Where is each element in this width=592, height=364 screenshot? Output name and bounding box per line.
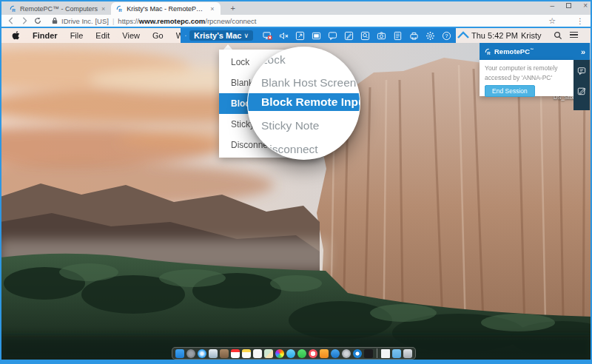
viewer-bottom-border bbox=[0, 360, 592, 364]
dock-preview-icon[interactable] bbox=[209, 349, 218, 358]
panel-side-strip bbox=[574, 60, 590, 110]
url-separator: | bbox=[112, 17, 114, 25]
url-text: https://www.remotepc.com/rpcnew/connect bbox=[118, 17, 256, 25]
browser-tabstrip: R RemotePC™ - Computers × R Kristy's Mac… bbox=[0, 0, 592, 15]
new-tab-button[interactable]: + bbox=[226, 2, 240, 15]
back-icon[interactable] bbox=[7, 17, 15, 24]
dock-books-icon[interactable] bbox=[320, 349, 329, 358]
remotepc-viewer-window: R RemotePC™ - Computers × R Kristy's Mac… bbox=[0, 0, 592, 364]
dock-launchpad-icon[interactable] bbox=[186, 349, 195, 358]
settings-icon[interactable] bbox=[426, 31, 435, 41]
chat-icon[interactable] bbox=[577, 67, 586, 75]
dock-notes-icon[interactable] bbox=[242, 349, 251, 358]
browser-addressbar: IDrive Inc. [US] | https://www.remotepc.… bbox=[0, 15, 592, 27]
url-field[interactable]: IDrive Inc. [US] | https://www.remotepc.… bbox=[52, 17, 256, 25]
dock-terminal-icon[interactable] bbox=[364, 349, 373, 358]
menubar-go[interactable]: Go bbox=[152, 31, 164, 40]
menubar-clock[interactable]: Thu 5:42 PM bbox=[471, 28, 518, 43]
window-minimize-button[interactable]: – bbox=[551, 1, 555, 10]
dock-remotepc-icon[interactable] bbox=[353, 349, 362, 358]
dock-document-icon[interactable] bbox=[381, 349, 390, 358]
display-session-icon[interactable] bbox=[263, 31, 272, 41]
tab-viewer[interactable]: R Kristy's Mac - RemotePC™ Viewe × bbox=[111, 2, 220, 15]
screen-icon[interactable] bbox=[312, 31, 321, 41]
file-transfer-icon[interactable] bbox=[360, 31, 370, 41]
window-close-button[interactable]: × bbox=[583, 1, 588, 10]
dock-trash-icon[interactable] bbox=[403, 349, 412, 358]
svg-text:R: R bbox=[12, 7, 16, 13]
dock-messages-icon[interactable] bbox=[286, 349, 295, 358]
secure-lock-icon bbox=[52, 17, 58, 24]
remotepc-notification-panel: R RemotePC™ » Your computer is remotely … bbox=[480, 43, 590, 110]
screenshot-icon[interactable] bbox=[377, 31, 386, 41]
forward-icon[interactable] bbox=[21, 17, 28, 24]
dock-facetime-icon[interactable] bbox=[297, 349, 306, 358]
dock bbox=[172, 347, 416, 360]
dock-music-icon[interactable] bbox=[309, 349, 317, 358]
end-session-button[interactable]: End Session bbox=[485, 85, 535, 97]
magnified-item-block-remote-input: Block Remote Input bbox=[248, 93, 360, 111]
device-menu-button[interactable]: Kristy's Mac ∨ bbox=[189, 30, 253, 41]
bookmark-star-icon[interactable]: ☆ bbox=[548, 16, 556, 26]
whiteboard-icon[interactable] bbox=[344, 31, 354, 41]
note-edit-icon[interactable] bbox=[577, 87, 586, 95]
brand-label: RemotePC™ bbox=[494, 47, 534, 55]
notification-message-line1: Your computer is remotely bbox=[485, 64, 568, 73]
dock-separator bbox=[377, 348, 377, 358]
menubar-edit[interactable]: Edit bbox=[95, 31, 110, 40]
security-label: IDrive Inc. [US] bbox=[61, 17, 109, 25]
dock-contacts-icon[interactable] bbox=[220, 349, 229, 358]
apple-icon[interactable] bbox=[12, 31, 20, 40]
menubar-user[interactable]: Kristy bbox=[521, 28, 542, 43]
magnified-item-blank-host-screen: Blank Host Screen bbox=[261, 76, 356, 90]
notification-body: Your computer is remotely accessed by 'A… bbox=[480, 60, 574, 96]
remotepc-favicon-icon: R bbox=[116, 5, 124, 13]
notification-center-icon[interactable] bbox=[570, 32, 578, 38]
menubar-view[interactable]: View bbox=[122, 31, 140, 40]
browser-menu-icon[interactable]: ⋮ bbox=[576, 17, 585, 25]
svg-text:R: R bbox=[119, 7, 123, 13]
chevron-down-icon: ∨ bbox=[243, 32, 249, 39]
remotepc-logo-icon: R bbox=[485, 48, 492, 55]
mute-icon[interactable] bbox=[279, 31, 289, 41]
help-icon[interactable]: ? bbox=[442, 31, 451, 41]
chat-icon[interactable] bbox=[328, 31, 337, 41]
device-name: Kristy's Mac bbox=[194, 31, 241, 40]
remotepc-favicon-icon: R bbox=[10, 5, 17, 13]
dock-maps-icon[interactable] bbox=[264, 349, 273, 358]
reload-icon[interactable] bbox=[34, 17, 41, 24]
dock-reminders-icon[interactable] bbox=[253, 349, 262, 358]
magnified-item-sticky-note: Sticky Note bbox=[261, 119, 319, 132]
menubar-file[interactable]: File bbox=[70, 31, 84, 40]
svg-text:R: R bbox=[487, 50, 491, 55]
tab-label: RemotePC™ - Computers bbox=[20, 5, 98, 13]
dock-downloads-folder-icon[interactable] bbox=[392, 349, 401, 358]
notification-header: R RemotePC™ » bbox=[480, 43, 590, 60]
dock-finder-icon[interactable] bbox=[175, 349, 184, 358]
remotepc-toolbar: R Kristy's Mac ∨ ? bbox=[181, 28, 456, 43]
notification-message-line2: accessed by 'ANNA-PC' bbox=[485, 73, 568, 83]
dock-safari-icon[interactable] bbox=[198, 349, 206, 358]
svg-text:R: R bbox=[186, 36, 186, 36]
dock-appstore-icon[interactable] bbox=[331, 349, 340, 358]
tab-close-icon[interactable]: × bbox=[101, 5, 106, 13]
svg-text:?: ? bbox=[445, 33, 448, 39]
tab-label: Kristy's Mac - RemotePC™ Viewe bbox=[127, 5, 206, 13]
dropdown-caret bbox=[223, 44, 232, 50]
menubar-finder[interactable]: Finder bbox=[33, 31, 58, 40]
dock-photos-icon[interactable] bbox=[275, 349, 284, 358]
notes-icon[interactable] bbox=[393, 31, 403, 41]
remotepc-logo-icon: R bbox=[185, 31, 186, 41]
collapse-toolbar-icon[interactable] bbox=[456, 30, 471, 40]
window-maximize-button[interactable] bbox=[566, 3, 571, 8]
dock-calendar-icon[interactable] bbox=[231, 349, 240, 358]
print-icon[interactable] bbox=[409, 31, 419, 41]
tab-computers[interactable]: R RemotePC™ - Computers × bbox=[4, 2, 111, 15]
dock-utilities-icon[interactable] bbox=[342, 349, 351, 358]
magnifier-circle: Lock Blank Host Screen Block Remote Inpu… bbox=[247, 47, 360, 160]
fullscreen-icon[interactable] bbox=[295, 31, 305, 41]
tab-close-icon[interactable]: × bbox=[209, 5, 215, 13]
spotlight-search-icon[interactable] bbox=[554, 31, 562, 40]
panel-collapse-icon[interactable]: » bbox=[581, 47, 585, 56]
